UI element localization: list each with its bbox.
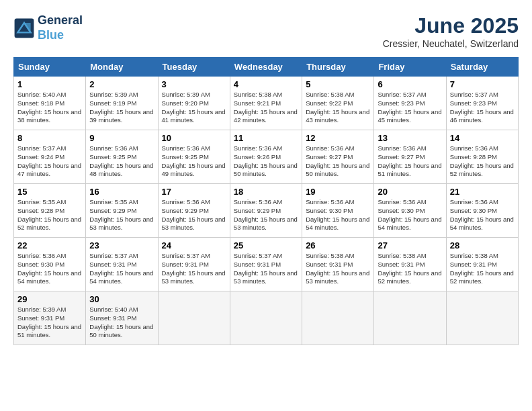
cell-info: Sunrise: 5:35 AMSunset: 9:28 PMDaylight:…: [17, 198, 82, 232]
calendar-cell: 18Sunrise: 5:36 AMSunset: 9:29 PMDayligh…: [230, 184, 302, 238]
calendar-cell: 26Sunrise: 5:38 AMSunset: 9:31 PMDayligh…: [302, 238, 374, 291]
calendar-week-row: 29Sunrise: 5:39 AMSunset: 9:31 PMDayligh…: [14, 291, 519, 345]
calendar-cell: 20Sunrise: 5:36 AMSunset: 9:30 PMDayligh…: [374, 184, 446, 238]
calendar-cell: 6Sunrise: 5:37 AMSunset: 9:23 PMDaylight…: [374, 77, 446, 130]
calendar-cell: 14Sunrise: 5:36 AMSunset: 9:28 PMDayligh…: [446, 130, 518, 184]
calendar-cell: 12Sunrise: 5:36 AMSunset: 9:27 PMDayligh…: [302, 130, 374, 184]
col-header-friday: Friday: [374, 58, 446, 77]
col-header-monday: Monday: [86, 58, 158, 77]
day-number: 14: [450, 133, 515, 143]
month-title: June 2025: [383, 13, 519, 38]
day-number: 9: [89, 133, 154, 143]
cell-info: Sunrise: 5:37 AMSunset: 9:23 PMDaylight:…: [378, 91, 442, 125]
day-number: 28: [450, 240, 515, 250]
cell-info: Sunrise: 5:37 AMSunset: 9:31 PMDaylight:…: [89, 252, 154, 286]
logo-text: General Blue: [38, 13, 83, 42]
day-number: 23: [89, 240, 154, 250]
calendar-cell: 5Sunrise: 5:38 AMSunset: 9:22 PMDaylight…: [302, 77, 374, 130]
cell-info: Sunrise: 5:35 AMSunset: 9:29 PMDaylight:…: [89, 198, 154, 232]
cell-info: Sunrise: 5:36 AMSunset: 9:29 PMDaylight:…: [162, 198, 226, 232]
calendar-week-row: 1Sunrise: 5:40 AMSunset: 9:18 PMDaylight…: [14, 77, 519, 130]
day-number: 17: [162, 187, 226, 197]
day-number: 6: [378, 79, 442, 89]
calendar-cell: 25Sunrise: 5:37 AMSunset: 9:31 PMDayligh…: [230, 238, 302, 291]
calendar-cell: 8Sunrise: 5:37 AMSunset: 9:24 PMDaylight…: [14, 130, 86, 184]
cell-info: Sunrise: 5:36 AMSunset: 9:25 PMDaylight:…: [162, 144, 226, 179]
cell-info: Sunrise: 5:36 AMSunset: 9:29 PMDaylight:…: [234, 198, 298, 232]
calendar-cell: 16Sunrise: 5:35 AMSunset: 9:29 PMDayligh…: [86, 184, 158, 238]
day-number: 29: [17, 294, 82, 304]
calendar-cell: 2Sunrise: 5:39 AMSunset: 9:19 PMDaylight…: [86, 77, 158, 130]
col-header-thursday: Thursday: [302, 58, 374, 77]
day-number: 30: [89, 294, 154, 304]
cell-info: Sunrise: 5:36 AMSunset: 9:30 PMDaylight:…: [378, 198, 442, 232]
logo-line1: General: [38, 13, 83, 28]
day-number: 13: [378, 133, 442, 143]
cell-info: Sunrise: 5:36 AMSunset: 9:26 PMDaylight:…: [234, 144, 298, 179]
calendar-cell: 27Sunrise: 5:38 AMSunset: 9:31 PMDayligh…: [374, 238, 446, 291]
calendar-cell: 9Sunrise: 5:36 AMSunset: 9:25 PMDaylight…: [86, 130, 158, 184]
day-number: 21: [450, 187, 515, 197]
cell-info: Sunrise: 5:38 AMSunset: 9:22 PMDaylight:…: [306, 91, 370, 125]
calendar-cell: 17Sunrise: 5:36 AMSunset: 9:29 PMDayligh…: [158, 184, 230, 238]
page-header: General Blue June 2025 Cressier, Neuchat…: [13, 13, 519, 49]
calendar-cell: 1Sunrise: 5:40 AMSunset: 9:18 PMDaylight…: [14, 77, 86, 130]
calendar-cell: 10Sunrise: 5:36 AMSunset: 9:25 PMDayligh…: [158, 130, 230, 184]
location: Cressier, Neuchatel, Switzerland: [383, 38, 519, 49]
cell-info: Sunrise: 5:37 AMSunset: 9:31 PMDaylight:…: [234, 252, 298, 286]
day-number: 25: [234, 240, 298, 250]
cell-info: Sunrise: 5:37 AMSunset: 9:24 PMDaylight:…: [17, 144, 82, 179]
calendar-cell: [446, 291, 518, 345]
cell-info: Sunrise: 5:40 AMSunset: 9:31 PMDaylight:…: [89, 306, 154, 340]
cell-info: Sunrise: 5:38 AMSunset: 9:21 PMDaylight:…: [234, 91, 298, 125]
logo: General Blue: [13, 13, 83, 42]
calendar-cell: 11Sunrise: 5:36 AMSunset: 9:26 PMDayligh…: [230, 130, 302, 184]
cell-info: Sunrise: 5:38 AMSunset: 9:31 PMDaylight:…: [378, 252, 442, 286]
calendar-cell: 30Sunrise: 5:40 AMSunset: 9:31 PMDayligh…: [86, 291, 158, 345]
calendar-week-row: 15Sunrise: 5:35 AMSunset: 9:28 PMDayligh…: [14, 184, 519, 238]
cell-info: Sunrise: 5:39 AMSunset: 9:31 PMDaylight:…: [17, 306, 82, 340]
cell-info: Sunrise: 5:36 AMSunset: 9:28 PMDaylight:…: [450, 144, 515, 179]
day-number: 5: [306, 79, 370, 89]
calendar-cell: 19Sunrise: 5:36 AMSunset: 9:30 PMDayligh…: [302, 184, 374, 238]
cell-info: Sunrise: 5:38 AMSunset: 9:31 PMDaylight:…: [306, 252, 370, 286]
cell-info: Sunrise: 5:36 AMSunset: 9:30 PMDaylight:…: [306, 198, 370, 232]
logo-icon: [13, 17, 35, 39]
cell-info: Sunrise: 5:36 AMSunset: 9:30 PMDaylight:…: [17, 252, 82, 286]
day-number: 11: [234, 133, 298, 143]
day-number: 24: [162, 240, 226, 250]
cell-info: Sunrise: 5:36 AMSunset: 9:25 PMDaylight:…: [89, 144, 154, 179]
day-number: 12: [306, 133, 370, 143]
calendar-cell: [374, 291, 446, 345]
calendar-cell: 28Sunrise: 5:38 AMSunset: 9:31 PMDayligh…: [446, 238, 518, 291]
day-number: 10: [162, 133, 226, 143]
day-number: 26: [306, 240, 370, 250]
calendar-cell: 21Sunrise: 5:36 AMSunset: 9:30 PMDayligh…: [446, 184, 518, 238]
cell-info: Sunrise: 5:40 AMSunset: 9:18 PMDaylight:…: [17, 91, 82, 125]
calendar-cell: [230, 291, 302, 345]
calendar-cell: 13Sunrise: 5:36 AMSunset: 9:27 PMDayligh…: [374, 130, 446, 184]
day-number: 20: [378, 187, 442, 197]
col-header-tuesday: Tuesday: [158, 58, 230, 77]
cell-info: Sunrise: 5:38 AMSunset: 9:31 PMDaylight:…: [450, 252, 515, 286]
calendar-cell: [158, 291, 230, 345]
day-number: 4: [234, 79, 298, 89]
cell-info: Sunrise: 5:36 AMSunset: 9:30 PMDaylight:…: [450, 198, 515, 232]
calendar-cell: 7Sunrise: 5:37 AMSunset: 9:23 PMDaylight…: [446, 77, 518, 130]
day-number: 3: [162, 79, 226, 89]
title-block: June 2025 Cressier, Neuchatel, Switzerla…: [383, 13, 519, 49]
col-header-sunday: Sunday: [14, 58, 86, 77]
calendar-cell: [302, 291, 374, 345]
day-number: 1: [17, 79, 82, 89]
calendar-week-row: 8Sunrise: 5:37 AMSunset: 9:24 PMDaylight…: [14, 130, 519, 184]
day-number: 2: [89, 79, 154, 89]
day-number: 15: [17, 187, 82, 197]
day-number: 22: [17, 240, 82, 250]
calendar-table: SundayMondayTuesdayWednesdayThursdayFrid…: [13, 57, 519, 345]
calendar-cell: 15Sunrise: 5:35 AMSunset: 9:28 PMDayligh…: [14, 184, 86, 238]
calendar-cell: 3Sunrise: 5:39 AMSunset: 9:20 PMDaylight…: [158, 77, 230, 130]
logo-line2: Blue: [38, 28, 83, 43]
calendar-cell: 4Sunrise: 5:38 AMSunset: 9:21 PMDaylight…: [230, 77, 302, 130]
col-header-wednesday: Wednesday: [230, 58, 302, 77]
cell-info: Sunrise: 5:37 AMSunset: 9:23 PMDaylight:…: [450, 91, 515, 125]
